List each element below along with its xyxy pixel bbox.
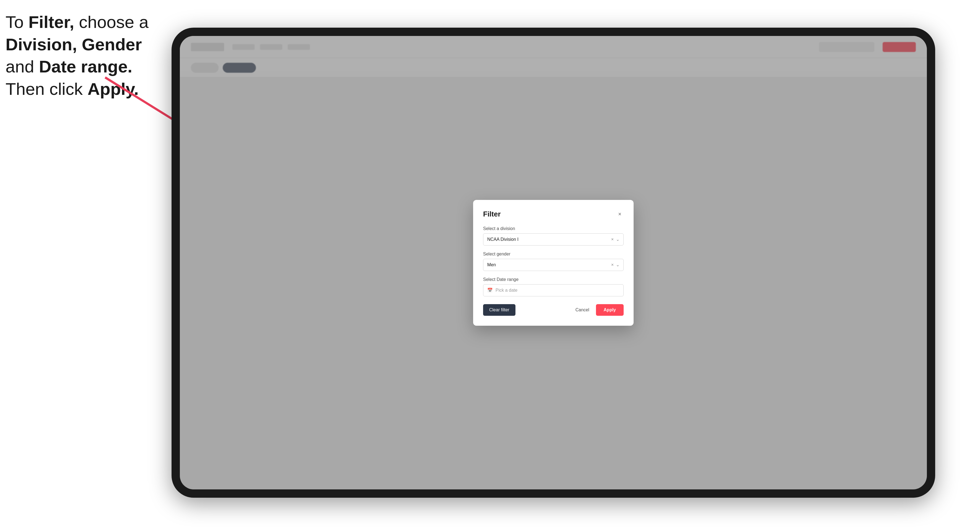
instruction-text: To Filter, choose a Division, Gender and… [6,11,150,100]
gender-select-controls: × ⌄ [611,262,619,267]
filter-modal: Filter × Select a division NCAA Division… [473,200,633,326]
division-gender-bold: Division, Gender [6,35,142,54]
clear-filter-button[interactable]: Clear filter [483,304,515,316]
gender-select[interactable]: Men × ⌄ [483,259,624,271]
division-select[interactable]: NCAA Division I × ⌄ [483,233,624,246]
instruction-line3: and Date range. [6,57,132,76]
modal-overlay: Filter × Select a division NCAA Division… [180,36,927,489]
date-placeholder: Pick a date [496,288,517,293]
modal-title: Filter [483,210,501,218]
apply-bold: Apply. [88,79,138,98]
apply-button[interactable]: Apply [596,304,624,316]
clear-gender-icon[interactable]: × [611,262,614,267]
date-range-input[interactable]: 📅 Pick a date [483,284,624,297]
clear-division-icon[interactable]: × [611,237,614,242]
instruction-line1: To Filter, choose a [6,13,149,32]
footer-right-buttons: Cancel Apply [573,304,624,316]
date-range-bold: Date range. [39,57,132,76]
chevron-division-icon[interactable]: ⌄ [616,237,619,242]
division-select-controls: × ⌄ [611,237,619,242]
gender-label: Select gender [483,252,624,257]
close-icon[interactable]: × [616,210,624,218]
date-label: Select Date range [483,277,624,282]
gender-select-value: Men [487,262,611,267]
gender-form-group: Select gender Men × ⌄ [483,252,624,271]
tablet-screen: Filter × Select a division NCAA Division… [180,36,927,489]
date-range-form-group: Select Date range 📅 Pick a date [483,277,624,297]
division-select-value: NCAA Division I [487,237,611,242]
filter-bold: Filter, [29,13,74,32]
cancel-button[interactable]: Cancel [573,304,592,316]
division-form-group: Select a division NCAA Division I × ⌄ [483,226,624,246]
modal-header: Filter × [483,210,624,218]
division-label: Select a division [483,226,624,231]
modal-footer: Clear filter Cancel Apply [483,304,624,316]
instruction-line4: Then click Apply. [6,79,138,98]
tablet-frame: Filter × Select a division NCAA Division… [172,28,935,498]
calendar-icon: 📅 [487,287,493,293]
chevron-gender-icon[interactable]: ⌄ [616,262,619,267]
